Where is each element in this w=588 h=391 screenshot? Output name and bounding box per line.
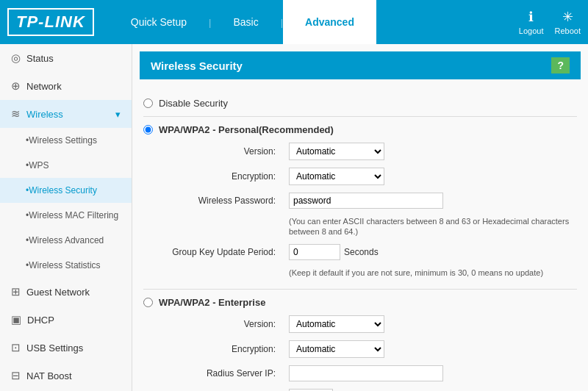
ent-version-label: Version: xyxy=(165,312,283,337)
reboot-icon: ✳ xyxy=(562,9,573,25)
logout-button[interactable]: ℹ Logout xyxy=(519,9,544,35)
divider-1 xyxy=(143,116,577,117)
header-actions: ℹ Logout ✳ Reboot xyxy=(519,9,581,35)
wpa-personal-encryption-select[interactable]: Automatic TKIP AES xyxy=(289,168,384,185)
wpa-enterprise-section: WPA/WPA2 - Enterprise Version: Automatic… xyxy=(143,297,577,391)
version-label: Version: xyxy=(165,139,283,164)
network-icon: ⊕ xyxy=(11,79,21,93)
content-area: Disable Security WPA/WPA2 - Personal(Rec… xyxy=(132,87,588,391)
tab-quick-setup[interactable]: Quick Setup xyxy=(109,0,209,44)
table-row: Version: Automatic WPA WPA2 xyxy=(165,139,577,164)
sidebar-item-wireless-statistics[interactable]: Wireless Statistics xyxy=(0,253,132,278)
disable-security-label[interactable]: Disable Security xyxy=(143,98,577,109)
radius-port-label: Radius Port: xyxy=(165,385,283,391)
wpa-enterprise-encryption-select[interactable]: Automatic TKIP AES xyxy=(289,340,384,358)
logout-icon: ℹ xyxy=(528,9,534,25)
nat-icon: ⊟ xyxy=(11,369,21,382)
wpa-enterprise-radio[interactable] xyxy=(143,298,153,307)
table-row: Encryption: Automatic TKIP AES xyxy=(165,164,577,189)
sidebar-item-nat-boost[interactable]: ⊟ NAT Boost xyxy=(0,362,132,390)
sidebar: ◎ Status ⊕ Network ≋ Wireless ▾ Wireless… xyxy=(0,44,132,391)
sidebar-item-network[interactable]: ⊕ Network xyxy=(0,72,132,100)
password-label: Wireless Password: xyxy=(165,189,283,212)
wpa-personal-form: Version: Automatic WPA WPA2 Encryption: xyxy=(165,139,577,281)
sidebar-item-dhcp[interactable]: ▣ DHCP xyxy=(0,306,132,334)
table-row: (Keep it default if you are not sure, mi… xyxy=(165,264,577,281)
chevron-icon: ▾ xyxy=(115,109,121,120)
layout: ◎ Status ⊕ Network ≋ Wireless ▾ Wireless… xyxy=(0,44,588,391)
status-icon: ◎ xyxy=(11,51,21,65)
wpa-personal-version-select[interactable]: Automatic WPA WPA2 xyxy=(289,143,384,160)
encryption-label: Encryption: xyxy=(165,164,283,189)
sidebar-item-wireless-security[interactable]: Wireless Security xyxy=(0,178,132,203)
wireless-icon: ≋ xyxy=(11,107,21,121)
header: TP-LINK Quick Setup | Basic | Advanced ℹ… xyxy=(0,0,588,44)
table-row: (You can enter ASCII characters between … xyxy=(165,212,577,240)
table-row: Version: Automatic WPA WPA2 xyxy=(165,312,577,337)
group-key-input[interactable] xyxy=(289,244,340,260)
table-row: Group Key Update Period: Seconds xyxy=(165,240,577,264)
sidebar-item-wireless[interactable]: ≋ Wireless ▾ xyxy=(0,100,132,128)
guest-network-icon: ⊞ xyxy=(11,285,21,298)
reboot-button[interactable]: ✳ Reboot xyxy=(555,9,581,35)
wireless-password-input[interactable] xyxy=(289,193,443,209)
sidebar-item-guest-network[interactable]: ⊞ Guest Network xyxy=(0,278,132,306)
sidebar-item-wireless-mac-filtering[interactable]: Wireless MAC Filtering xyxy=(0,203,132,228)
sidebar-item-usb-settings[interactable]: ⊡ USB Settings xyxy=(0,334,132,362)
wpa-personal-label[interactable]: WPA/WPA2 - Personal(Recommended) xyxy=(143,124,577,135)
wpa-enterprise-label[interactable]: WPA/WPA2 - Enterprise xyxy=(143,297,577,308)
divider-2 xyxy=(143,289,577,290)
page-title: Wireless Security xyxy=(151,60,243,72)
radius-ip-label: Radius Server IP: xyxy=(165,362,283,385)
seconds-label: Seconds xyxy=(344,247,379,257)
tab-basic[interactable]: Basic xyxy=(211,0,280,44)
nav-tabs: Quick Setup | Basic | Advanced xyxy=(109,0,376,44)
disable-security-section: Disable Security xyxy=(143,98,577,109)
main-content: Wireless Security ? Disable Security WPA… xyxy=(132,44,588,391)
wpa-personal-section: WPA/WPA2 - Personal(Recommended) Version… xyxy=(143,124,577,281)
sidebar-item-status[interactable]: ◎ Status xyxy=(0,44,132,72)
usb-icon: ⊡ xyxy=(11,341,21,354)
disable-security-radio[interactable] xyxy=(143,98,153,108)
sidebar-item-wireless-settings[interactable]: Wireless Settings xyxy=(0,128,132,153)
ent-encryption-label: Encryption: xyxy=(165,337,283,362)
password-hint: (You can enter ASCII characters between … xyxy=(289,217,569,236)
help-button[interactable]: ? xyxy=(551,57,570,73)
table-row: Radius Server IP: xyxy=(165,362,577,385)
wpa-personal-radio[interactable] xyxy=(143,125,153,134)
group-key-hint: (Keep it default if you are not sure, mi… xyxy=(289,268,543,277)
tab-advanced[interactable]: Advanced xyxy=(283,0,376,44)
table-row: Radius Port: (1-65535, 0 stands for defa… xyxy=(165,385,577,391)
wpa-enterprise-form: Version: Automatic WPA WPA2 Encryption: xyxy=(165,312,577,391)
dhcp-icon: ▣ xyxy=(11,313,21,326)
table-row: Encryption: Automatic TKIP AES xyxy=(165,337,577,362)
sidebar-item-wireless-advanced[interactable]: Wireless Advanced xyxy=(0,228,132,253)
table-row: Wireless Password: xyxy=(165,189,577,212)
page-header: Wireless Security ? xyxy=(140,51,581,79)
wpa-enterprise-version-select[interactable]: Automatic WPA WPA2 xyxy=(289,315,384,333)
sidebar-item-wps[interactable]: WPS xyxy=(0,153,132,178)
logo: TP-LINK xyxy=(7,8,94,36)
group-key-period: Seconds xyxy=(289,244,571,260)
radius-ip-input[interactable] xyxy=(289,365,443,381)
group-key-label: Group Key Update Period: xyxy=(165,240,283,264)
